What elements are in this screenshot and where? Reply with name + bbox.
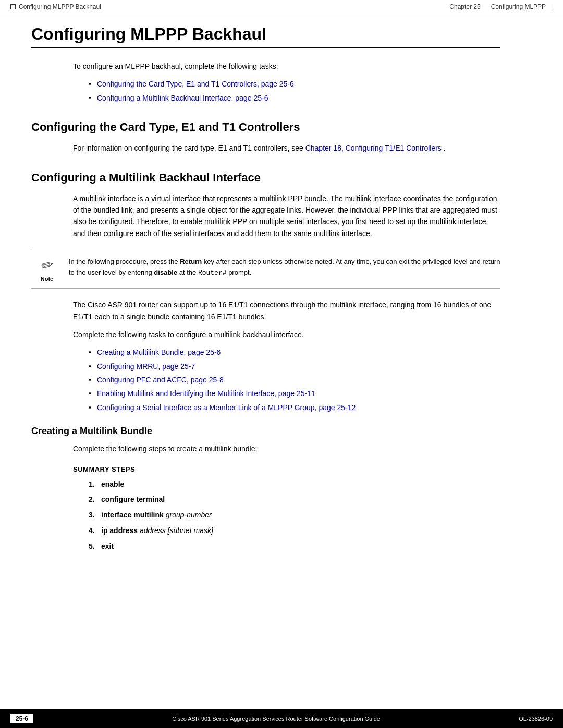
step-content-2: configure terminal	[101, 495, 165, 503]
header-icon	[10, 4, 16, 9]
header-bar: Configuring MLPPP Backhaul Chapter 25 Co…	[0, 0, 563, 14]
step-2: 2. configure terminal	[89, 493, 500, 506]
page-title: Configuring MLPPP Backhaul	[31, 24, 500, 48]
step-num-3: 3.	[89, 509, 95, 522]
step2-bold: configure terminal	[101, 495, 165, 503]
step3-italic: group-number	[166, 511, 212, 519]
note-bold2: disable	[154, 268, 177, 276]
note-text: In the following procedure, press the Re…	[69, 256, 500, 279]
step-3: 3. interface multilink group-number	[89, 509, 500, 522]
step-4: 4. ip address address [subnet mask]	[89, 525, 500, 537]
header-separator: |	[551, 3, 553, 10]
step4-italic: address [subnet mask]	[140, 526, 213, 535]
step-content-5: exit	[101, 542, 114, 550]
list-item: Configuring a Multilink Backhaul Interfa…	[89, 92, 500, 104]
step-5: 5. exit	[89, 540, 500, 553]
step3-bold: interface multilink	[101, 511, 164, 519]
step-num-2: 2.	[89, 493, 95, 506]
header-breadcrumb: Configuring MLPPP Backhaul	[19, 3, 101, 10]
intro-link-2[interactable]: Configuring a Multilink Backhaul Interfa…	[97, 94, 268, 102]
section2-body3: Complete the following tasks to configur…	[73, 329, 500, 340]
section1-text: For information on configuring the card …	[73, 144, 305, 152]
section1-end: .	[444, 144, 446, 152]
note-box: ✏ Note In the following procedure, press…	[31, 250, 500, 289]
step-num-5: 5.	[89, 540, 95, 553]
footer-doc-num: OL-23826-09	[519, 715, 553, 722]
footer: 25-6 Cisco ASR 901 Series Aggregation Se…	[0, 709, 563, 728]
task-link-4[interactable]: Enabling Multilink and Identifying the M…	[97, 389, 315, 398]
steps-list: 1. enable 2. configure terminal 3. inter…	[89, 478, 500, 553]
step-content-4: ip address address [subnet mask]	[101, 526, 213, 535]
step5-bold: exit	[101, 542, 114, 550]
note-text1: In the following procedure, press the	[69, 257, 180, 265]
list-item: Configuring a Serial Interface as a Memb…	[89, 402, 500, 413]
note-pencil-icon: ✏	[39, 255, 55, 275]
task-link-1[interactable]: Creating a Multilink Bundle, page 25-6	[97, 348, 221, 356]
task-links-list: Creating a Multilink Bundle, page 25-6 C…	[89, 347, 500, 413]
step1-bold: enable	[101, 480, 124, 488]
note-text4: prompt.	[228, 268, 251, 276]
note-code1: Router#	[198, 269, 227, 277]
note-bold1: Return	[180, 257, 202, 265]
footer-page-num: 25-6	[10, 714, 33, 723]
section1-title: Configuring the Card Type, E1 and T1 Con…	[31, 120, 500, 134]
section1-link[interactable]: Chapter 18, Configuring T1/E1 Controller…	[305, 144, 442, 152]
summary-steps-label: SUMMARY STEPS	[73, 465, 500, 473]
list-item: Creating a Multilink Bundle, page 25-6	[89, 347, 500, 358]
step4-bold: ip address	[101, 526, 138, 535]
main-content: Configuring MLPPP Backhaul To configure …	[0, 14, 563, 590]
list-item: Configuring the Card Type, E1 and T1 Con…	[89, 78, 500, 90]
note-text3: at the	[179, 268, 198, 276]
chapter-title: Configuring MLPPP	[491, 3, 546, 10]
note-icon-area: ✏ Note	[31, 256, 63, 282]
chapter-label: Chapter 25	[449, 3, 480, 10]
step-num-1: 1.	[89, 478, 95, 491]
step-num-4: 4.	[89, 525, 95, 537]
note-label: Note	[41, 276, 53, 282]
header-left: Configuring MLPPP Backhaul	[10, 3, 101, 10]
footer-doc-title: Cisco ASR 901 Series Aggregation Service…	[44, 715, 508, 722]
intro-para: To configure an MLPPP backhaul, complete…	[73, 60, 500, 72]
step-1: 1. enable	[89, 478, 500, 491]
task-link-2[interactable]: Configuring MRRU, page 25-7	[97, 362, 195, 371]
list-item: Configuring PFC and ACFC, page 25-8	[89, 374, 500, 386]
section3-title: Creating a Multilink Bundle	[31, 426, 500, 437]
task-link-5[interactable]: Configuring a Serial Interface as a Memb…	[97, 403, 356, 412]
header-right: Chapter 25 Configuring MLPPP |	[449, 3, 553, 10]
step-content-1: enable	[101, 480, 124, 488]
section1-para: For information on configuring the card …	[73, 142, 500, 154]
intro-link-1[interactable]: Configuring the Card Type, E1 and T1 Con…	[97, 80, 294, 88]
section2-body1: A multilink interface is a virtual inter…	[73, 193, 500, 240]
intro-links-list: Configuring the Card Type, E1 and T1 Con…	[89, 78, 500, 104]
list-item: Enabling Multilink and Identifying the M…	[89, 388, 500, 399]
section3-intro: Complete the following steps to create a…	[73, 443, 500, 454]
step-content-3: interface multilink group-number	[101, 511, 212, 519]
list-item: Configuring MRRU, page 25-7	[89, 361, 500, 372]
task-link-3[interactable]: Configuring PFC and ACFC, page 25-8	[97, 376, 224, 384]
section2-body2: The Cisco ASR 901 router can support up …	[73, 299, 500, 323]
section2-title: Configuring a Multilink Backhaul Interfa…	[31, 171, 500, 184]
